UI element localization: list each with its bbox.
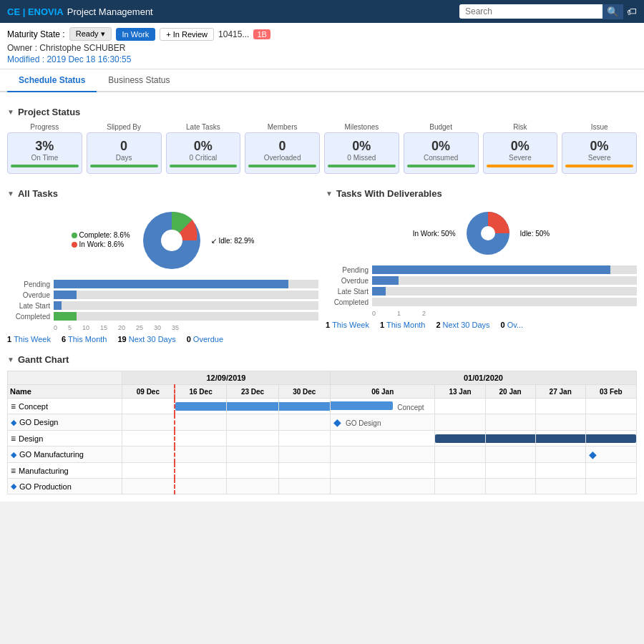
tasks-deliverables-pie-chart bbox=[459, 205, 517, 262]
modified-date: 2019 Dec 18 16:30:55 bbox=[47, 54, 131, 64]
del-summary-next30: 2 Next 30 Days bbox=[436, 321, 489, 329]
summary-overdue: 0 Overdue bbox=[187, 335, 223, 343]
gantt-header: Gantt Chart bbox=[7, 354, 637, 365]
charts-row: All Tasks Complete: 8.6% In Work: 8.6% bbox=[7, 181, 637, 347]
tasks-deliverables-bar-chart: Pending Overdue Late Start Completed bbox=[326, 265, 637, 306]
gantt-date-cols-row: Name 09 Dec 16 Dec 23 Dec 30 Dec 06 Jan … bbox=[8, 385, 637, 399]
gantt-cell bbox=[585, 463, 636, 479]
gantt-cell bbox=[485, 463, 535, 479]
gantt-cell bbox=[435, 463, 485, 479]
gantt-cell bbox=[585, 479, 636, 494]
gantt-cell bbox=[330, 463, 435, 479]
gantt-cell bbox=[535, 414, 585, 431]
project-status-header: Project Status bbox=[7, 107, 637, 117]
gantt-name-manufacturing: ≡ Manufacturing bbox=[8, 463, 122, 479]
all-tasks-axis: 05101520253035 bbox=[54, 324, 318, 331]
gantt-name-design: ≡ Design bbox=[8, 431, 122, 447]
gantt-cell bbox=[278, 479, 330, 494]
gantt-name-concept: ≡ Concept bbox=[8, 399, 122, 414]
search-bar: 🔍 🏷 bbox=[459, 4, 637, 19]
gantt-col-13jan: 13 Jan bbox=[435, 385, 485, 399]
project-id: 10415... bbox=[218, 29, 249, 39]
bar-label: Completed bbox=[7, 313, 54, 321]
gantt-name-header bbox=[8, 371, 122, 385]
gantt-cell bbox=[330, 479, 435, 494]
bar-fill bbox=[54, 291, 77, 299]
gantt-cell bbox=[278, 431, 330, 447]
gantt-cell bbox=[585, 431, 636, 447]
gantt-cell bbox=[175, 431, 227, 447]
gantt-cell bbox=[585, 414, 636, 431]
tab-schedule-status[interactable]: Schedule Status bbox=[7, 69, 97, 92]
del-summary-thismonth: 1 This Month bbox=[380, 321, 426, 329]
svg-point-1 bbox=[161, 230, 182, 251]
all-tasks-pie-container: Complete: 8.6% In Work: 8.6% ↙ bbox=[7, 205, 318, 276]
status-col-header: Progress bbox=[7, 123, 82, 131]
tasks-deliverables-pie-container: In Work: 50% Idle: 50% bbox=[326, 205, 637, 262]
all-tasks-legend: Complete: 8.6% In Work: 8.6% bbox=[72, 231, 130, 250]
legend-complete: Complete: 8.6% bbox=[72, 231, 130, 239]
gantt-cell bbox=[485, 431, 535, 447]
search-button[interactable]: 🔍 bbox=[602, 4, 623, 19]
gantt-cell bbox=[435, 431, 485, 447]
bar-row: Late Start bbox=[326, 287, 637, 296]
gantt-cell bbox=[278, 399, 330, 414]
gantt-cell bbox=[175, 399, 227, 414]
bar-bg bbox=[54, 291, 318, 299]
gantt-cell bbox=[175, 479, 227, 494]
gantt-cell bbox=[485, 479, 535, 494]
gantt-cell bbox=[535, 431, 585, 447]
project-status-grid: ProgressSlipped ByLate TasksMembersMiles… bbox=[7, 123, 637, 174]
bar-row: Completed bbox=[326, 298, 637, 306]
owner-label: Owner : bbox=[7, 43, 37, 53]
gantt-cell bbox=[175, 447, 227, 463]
ready-state[interactable]: Ready ▾ bbox=[69, 27, 112, 41]
bar-bg bbox=[54, 301, 318, 310]
summary-thismonth: 6 This Month bbox=[62, 335, 107, 343]
tasks-deliverables-summary: 1 This Week 1 This Month 2 Next 30 Days … bbox=[326, 321, 637, 329]
maturity-label: Maturity State : bbox=[7, 29, 65, 39]
gantt-group-jan: 01/01/2020 bbox=[330, 371, 636, 385]
summary-next30: 19 Next 30 Days bbox=[117, 335, 175, 343]
bar-label: Overdue bbox=[326, 277, 372, 285]
bar-bg bbox=[372, 287, 637, 296]
status-col-header: Budget bbox=[404, 123, 479, 131]
gantt-col-27jan: 27 Jan bbox=[535, 385, 585, 399]
gantt-cell bbox=[278, 447, 330, 463]
tag-button[interactable]: 🏷 bbox=[627, 6, 637, 17]
del-summary-thisweek: 1 This Week bbox=[326, 321, 369, 329]
legend-inwork: In Work: 8.6% bbox=[72, 240, 130, 248]
bar-bg bbox=[372, 265, 637, 274]
bar-label: Completed bbox=[326, 298, 372, 306]
app-title: Project Management bbox=[67, 6, 153, 17]
gantt-cell bbox=[122, 479, 175, 494]
main-content: Project Status ProgressSlipped ByLate Ta… bbox=[0, 92, 644, 502]
status-card-2: 0% 0 Critical bbox=[166, 132, 241, 174]
tab-business-status[interactable]: Business Status bbox=[97, 69, 181, 92]
gantt-date-groups-row: 12/09/2019 01/01/2020 bbox=[8, 371, 637, 385]
status-col-header: Milestones bbox=[324, 123, 399, 131]
bar-row: Late Start bbox=[7, 301, 318, 310]
modified-row: Modified : 2019 Dec 18 16:30:55 bbox=[7, 54, 637, 64]
gantt-cell bbox=[535, 463, 585, 479]
gantt-cell bbox=[175, 414, 227, 431]
tasks-deliverables-header: Tasks With Deliverables bbox=[326, 188, 637, 199]
gantt-col-03feb: 03 Feb bbox=[585, 385, 636, 399]
maturity-row: Maturity State : Ready ▾ In Work + In Re… bbox=[7, 27, 637, 41]
all-tasks-summary: 1 This Week 6 This Month 19 Next 30 Days… bbox=[7, 335, 318, 343]
review-state[interactable]: + In Review bbox=[160, 28, 214, 41]
status-card-7: 0% Severe bbox=[562, 132, 637, 174]
gantt-col-09dec: 09 Dec bbox=[122, 385, 175, 399]
bar-fill bbox=[372, 287, 386, 296]
gantt-cell bbox=[227, 399, 278, 414]
gantt-col-06jan: 06 Jan bbox=[330, 385, 435, 399]
bar-bg bbox=[372, 298, 637, 306]
gantt-section: Gantt Chart 12/09/2019 01/01/2020 Name 0… bbox=[7, 354, 637, 494]
summary-thisweek: 1 This Week bbox=[7, 335, 51, 343]
bar-label: Pending bbox=[326, 266, 372, 274]
search-input[interactable] bbox=[459, 4, 602, 19]
gantt-cell bbox=[122, 399, 175, 414]
gantt-col-20jan: 20 Jan bbox=[485, 385, 535, 399]
inwork-state[interactable]: In Work bbox=[116, 28, 156, 41]
gantt-table: 12/09/2019 01/01/2020 Name 09 Dec 16 Dec… bbox=[7, 371, 637, 494]
